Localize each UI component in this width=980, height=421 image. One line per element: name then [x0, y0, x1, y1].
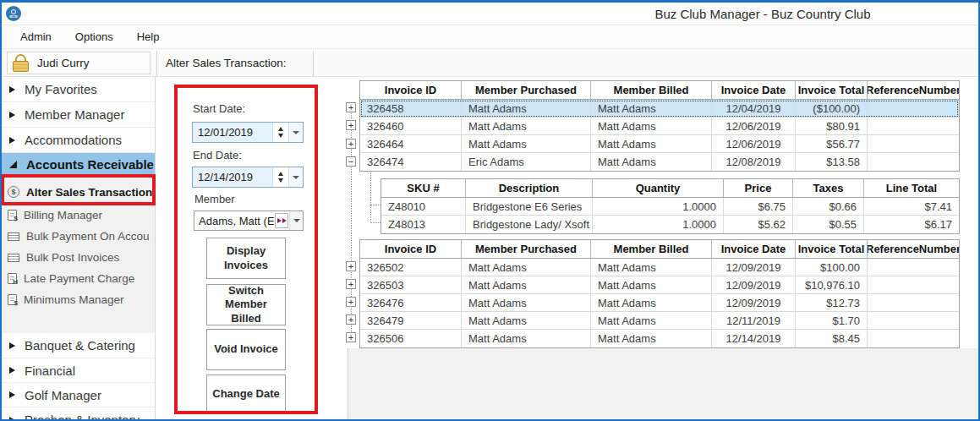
end-date-input[interactable]: 12/14/2019 — [192, 167, 304, 188]
member-dropdown[interactable] — [289, 211, 303, 230]
start-date-label: Start Date: — [193, 102, 245, 115]
row-expander[interactable]: − — [346, 156, 356, 167]
invoice-row[interactable]: 326479 Matt Adams Matt Adams 12/11/2019 … — [360, 312, 959, 330]
cell-price: $6.75 — [724, 198, 793, 215]
column-header-taxes[interactable]: Taxes — [793, 179, 864, 197]
sidebar-group-golf-manager[interactable]: Golf Manager — [0, 383, 155, 407]
row-expander[interactable]: + — [346, 102, 356, 112]
start-date-input[interactable]: 12/01/2019 — [192, 122, 304, 143]
date-spinner[interactable] — [272, 123, 288, 142]
column-header-price[interactable]: Price — [724, 179, 793, 197]
change-date-button[interactable]: Change Date — [206, 375, 286, 414]
chevron-expanded-icon — [9, 161, 17, 168]
sidebar-item-minimums-manager[interactable]: $ Minimums Manager — [0, 289, 155, 310]
sidebar-group-financial[interactable]: Financial — [0, 358, 155, 383]
cell-member-billed: Matt Adams — [591, 135, 712, 152]
cell-invoice-id: 326464 — [360, 135, 462, 152]
column-header-invoice-total[interactable]: Invoice Total — [796, 240, 868, 258]
column-header-invoice-total[interactable]: Invoice Total — [796, 81, 868, 99]
column-header-member-purchased[interactable]: Member Purchased — [462, 240, 591, 258]
sidebar-group-accommodations[interactable]: Accommodations — [0, 128, 155, 153]
invoice-row[interactable]: 326502 Matt Adams Matt Adams 12/09/2019 … — [360, 259, 959, 276]
cell-invoice-id: 326479 — [360, 312, 462, 329]
column-header-invoice-date[interactable]: Invoice Date — [712, 81, 796, 99]
void-invoice-button[interactable]: Void Invoice — [206, 329, 286, 370]
tree-line — [370, 205, 381, 205]
column-header-invoice-id[interactable]: Invoice ID — [360, 81, 462, 99]
cell-invoice-date: 12/04/2019 — [712, 100, 796, 117]
calendar-dropdown[interactable] — [288, 167, 303, 187]
row-expander[interactable]: + — [346, 120, 356, 130]
member-combobox[interactable]: Adams, Matt (ES12 — [194, 210, 304, 231]
column-header-line-total[interactable]: Line Total — [864, 179, 959, 197]
invoice-row[interactable]: 326506 Matt Adams Matt Adams 12/14/2019 … — [360, 330, 959, 347]
window-border-left — [0, 0, 2, 421]
column-header-member-billed[interactable]: Member Billed — [591, 240, 712, 258]
cell-member-purchased: Matt Adams — [462, 276, 591, 293]
row-expander[interactable]: + — [346, 332, 356, 342]
cell-reference-number — [868, 294, 959, 311]
column-header-quantity[interactable]: Quantity — [593, 179, 724, 197]
menu-options[interactable]: Options — [70, 28, 118, 46]
member-lookup-button[interactable] — [275, 213, 288, 228]
display-invoices-button[interactable]: Display Invoices — [206, 238, 286, 279]
column-header-invoice-date[interactable]: Invoice Date — [712, 240, 796, 258]
row-expander[interactable]: + — [346, 139, 356, 149]
spin-up-icon[interactable] — [278, 172, 283, 176]
chevron-right-icon — [9, 112, 15, 118]
menu-help[interactable]: Help — [132, 28, 165, 46]
row-expander[interactable]: + — [346, 261, 356, 271]
cell-member-billed: Matt Adams — [591, 294, 712, 311]
sidebar-item-billing-manager[interactable]: $ Billing Manager — [0, 205, 155, 226]
row-expander[interactable]: + — [346, 314, 356, 325]
cell-member-purchased: Eric Adams — [462, 153, 591, 171]
sidebar-item-late-payment-charge[interactable]: H Late Payment Charge — [0, 268, 155, 289]
toolbar: Judi Curry Alter Sales Transaction: — [0, 48, 980, 77]
sidebar-item-alter-sales-transaction[interactable]: $ Alter Sales Transaction — [0, 179, 155, 205]
invoice-row[interactable]: 326476 Matt Adams Matt Adams 12/09/2019 … — [360, 294, 959, 312]
invoice-row-selected[interactable]: 326458 Matt Adams Matt Adams 12/04/2019 … — [360, 100, 959, 118]
line-item-row[interactable]: Z48013 Bridgestone Lady/ Xsoft 1.0000 $5… — [381, 216, 959, 233]
column-header-reference-number[interactable]: ReferenceNumber — [868, 81, 959, 99]
breadcrumb: Alter Sales Transaction: — [166, 57, 287, 69]
sidebar-item-label: Bulk Payment On Accou — [26, 230, 150, 243]
menu-bar: Admin Options Help — [0, 25, 980, 48]
invoice-row-expanded[interactable]: 326474 Eric Adams Matt Adams 12/08/2019 … — [360, 153, 959, 171]
sidebar-group-proshop-inventory[interactable]: Proshop & Inventory — [0, 407, 155, 419]
cell-member-purchased: Matt Adams — [462, 135, 591, 152]
column-header-member-billed[interactable]: Member Billed — [591, 81, 712, 99]
sidebar-group-accounts-receivable[interactable]: Accounts Receivable — [0, 153, 155, 177]
cell-taxes: $0.66 — [793, 198, 864, 215]
cell-invoice-date: 12/14/2019 — [712, 330, 796, 347]
sidebar-group-member-manager[interactable]: Member Manager — [0, 102, 155, 128]
spin-down-icon[interactable] — [278, 134, 283, 138]
line-item-row[interactable]: Z48010 Bridgestone E6 Series 1.0000 $6.7… — [381, 198, 959, 216]
column-header-sku[interactable]: SKU # — [381, 179, 466, 197]
cell-invoice-date: 12/09/2019 — [712, 276, 796, 293]
calendar-dropdown[interactable] — [288, 123, 303, 142]
invoice-table-top: Invoice ID Member Purchased Member Bille… — [359, 80, 960, 172]
row-expander[interactable]: + — [346, 297, 356, 307]
cell-invoice-date: 12/09/2019 — [712, 259, 796, 276]
column-header-invoice-id[interactable]: Invoice ID — [360, 240, 462, 258]
sidebar-item-bulk-payment-on-account[interactable]: Bulk Payment On Accou — [0, 226, 155, 247]
column-header-reference-number[interactable]: ReferenceNumber — [868, 240, 959, 258]
spin-up-icon[interactable] — [278, 127, 283, 131]
window-title: Buz Club Manager - Buz Country Club — [545, 7, 980, 21]
date-spinner[interactable] — [272, 167, 288, 187]
switch-member-billed-button[interactable]: Switch Member Billed — [206, 284, 286, 325]
column-header-description[interactable]: Description — [466, 179, 593, 197]
invoice-row[interactable]: 326464 Matt Adams Matt Adams 12/06/2019 … — [360, 135, 959, 153]
menu-admin[interactable]: Admin — [15, 28, 57, 46]
sidebar-item-bulk-post-invoices[interactable]: Bulk Post Invoices — [0, 247, 155, 268]
invoice-row[interactable]: 326503 Matt Adams Matt Adams 12/09/2019 … — [360, 276, 959, 294]
sidebar-group-my-favorites[interactable]: My Favorites — [0, 77, 155, 102]
column-header-member-purchased[interactable]: Member Purchased — [462, 81, 591, 99]
sidebar-group-banquet-catering[interactable]: Banquet & Catering — [0, 333, 155, 358]
row-expander[interactable]: + — [346, 279, 356, 289]
sidebar-group-label: Proshop & Inventory — [25, 413, 140, 419]
app-logo-icon: BCM — [6, 6, 21, 21]
spin-down-icon[interactable] — [278, 178, 283, 183]
billing-manager-icon: $ — [8, 210, 17, 221]
invoice-row[interactable]: 326460 Matt Adams Matt Adams 12/06/2019 … — [360, 118, 959, 135]
